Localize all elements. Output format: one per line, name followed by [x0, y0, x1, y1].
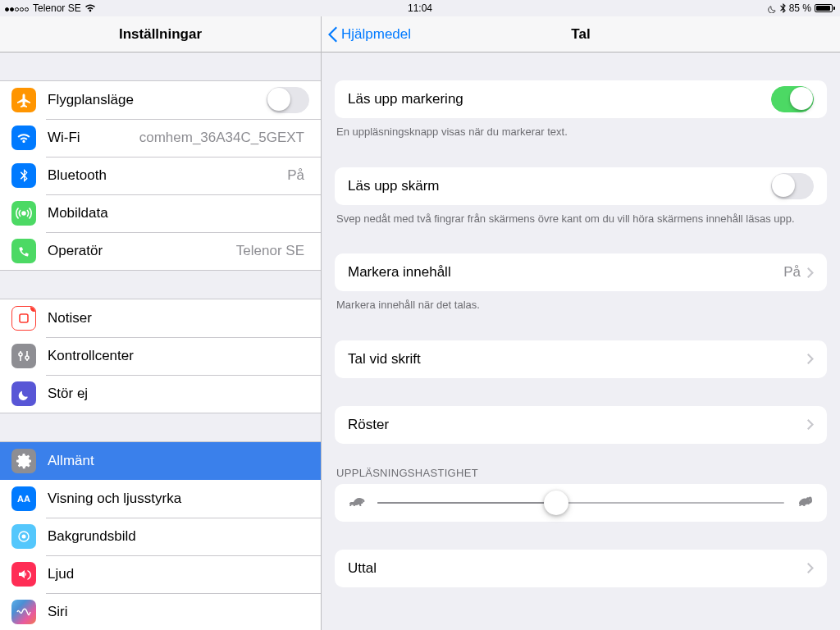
status-bar: Telenor SE 11:04 85 % [0, 0, 840, 16]
rate-header: UPPLÄSNINGSHASTIGHET [335, 467, 827, 484]
wifi-label: Wi-Fi [48, 130, 139, 146]
chevron-right-icon [807, 563, 814, 573]
wifi-icon [11, 126, 36, 150]
highlight-value: På [783, 264, 801, 281]
clock: 11:04 [408, 2, 432, 14]
sound-icon [11, 562, 36, 587]
display-label: Visning och ljusstyrka [48, 491, 309, 507]
dnd-moon-icon [768, 4, 777, 13]
sidebar-item-control-center[interactable]: Kontrollcenter [0, 337, 321, 375]
speak-selection-label: Läs upp markering [348, 91, 771, 107]
svg-point-0 [22, 212, 25, 215]
detail-title: Tal [571, 26, 590, 43]
sidebar-item-display[interactable]: AA Visning och ljusstyrka [0, 480, 321, 518]
sidebar-item-notifications[interactable]: Notiser [0, 299, 321, 337]
typing-feedback-label: Tal vid skrift [348, 351, 807, 368]
notifications-label: Notiser [48, 310, 309, 326]
status-left: Telenor SE [5, 2, 96, 14]
dnd-icon [11, 381, 36, 406]
control-center-icon [11, 344, 36, 368]
phone-icon [11, 239, 36, 263]
sidebar-navbar: Inställningar [0, 16, 321, 52]
airplane-toggle[interactable] [267, 87, 309, 113]
sidebar-item-carrier[interactable]: Operatör Telenor SE [0, 232, 321, 270]
airplane-icon [11, 88, 36, 112]
sidebar-title: Inställningar [119, 26, 202, 43]
display-icon: AA [11, 486, 36, 511]
chevron-right-icon [807, 354, 814, 364]
bluetooth-icon [11, 163, 36, 188]
back-label: Hjälpmedel [341, 26, 411, 43]
siri-label: Siri [48, 604, 309, 620]
svg-point-3 [19, 353, 22, 356]
sidebar-item-airplane[interactable]: Flygplansläge [0, 81, 321, 119]
control-center-label: Kontrollcenter [48, 348, 309, 364]
sidebar-item-bluetooth[interactable]: Bluetooth På [0, 157, 321, 194]
slider-thumb[interactable] [544, 491, 568, 515]
turtle-icon [348, 495, 366, 511]
sidebar-item-general[interactable]: Allmänt [0, 442, 321, 480]
svg-point-5 [25, 356, 29, 359]
detail-navbar: Hjälpmedel Tal [322, 16, 840, 52]
carrier-label: Operatör [48, 243, 236, 259]
sidebar-item-cellular[interactable]: Mobildata [0, 194, 321, 232]
airplane-label: Flygplansläge [48, 92, 267, 108]
rate-slider[interactable] [377, 502, 784, 504]
row-speak-screen[interactable]: Läs upp skärm [335, 167, 827, 205]
back-button[interactable]: Hjälpmedel [322, 26, 411, 43]
sidebar-item-siri[interactable]: Siri [0, 593, 321, 630]
battery-icon [815, 4, 835, 12]
row-speak-selection[interactable]: Läs upp markering [335, 80, 827, 118]
detail-scroll[interactable]: Läs upp markering En uppläsningsknapp vi… [322, 52, 840, 630]
battery-pct: 85 % [789, 2, 811, 14]
notifications-icon [11, 306, 36, 331]
chevron-left-icon [328, 26, 338, 43]
speak-screen-label: Läs upp skärm [348, 178, 771, 194]
rabbit-icon [796, 495, 814, 511]
voices-label: Röster [348, 417, 807, 433]
row-voices[interactable]: Röster [335, 406, 827, 444]
wallpaper-icon [11, 524, 36, 549]
cellular-signal-icon [5, 2, 30, 14]
speak-selection-footer: En uppläsningsknapp visas när du markera… [322, 118, 840, 139]
carrier-value: Telenor SE [236, 243, 304, 259]
wallpaper-label: Bakgrundsbild [48, 528, 309, 545]
chevron-right-icon [807, 419, 814, 430]
speak-screen-toggle[interactable] [771, 173, 814, 199]
chevron-right-icon [807, 267, 814, 278]
highlight-footer: Markera innehåll när det talas. [322, 291, 840, 313]
bluetooth-label: Bluetooth [48, 167, 287, 184]
cellular-icon [11, 201, 36, 226]
row-pronunciation[interactable]: Uttal [335, 550, 827, 587]
speak-screen-footer: Svep nedåt med två fingrar från skärmens… [322, 205, 840, 226]
svg-text:AA: AA [17, 494, 30, 504]
cellular-label: Mobildata [48, 205, 309, 221]
general-icon [11, 449, 36, 473]
general-label: Allmänt [48, 453, 309, 469]
svg-rect-1 [20, 314, 28, 322]
sidebar-item-sound[interactable]: Ljud [0, 555, 321, 593]
sidebar-scroll[interactable]: Flygplansläge Wi-Fi comhem_36A34C_5GEXT … [0, 52, 321, 630]
dnd-label: Stör ej [48, 386, 309, 402]
row-highlight[interactable]: Markera innehåll På [335, 253, 827, 291]
sidebar-item-wifi[interactable]: Wi-Fi comhem_36A34C_5GEXT [0, 119, 321, 157]
speak-selection-toggle[interactable] [771, 86, 814, 112]
row-typing-feedback[interactable]: Tal vid skrift [335, 340, 827, 378]
status-right: 85 % [768, 2, 835, 14]
detail-pane: Hjälpmedel Tal Läs upp markering En uppl… [322, 16, 840, 630]
sidebar-item-wallpaper[interactable]: Bakgrundsbild [0, 518, 321, 555]
svg-point-8 [22, 535, 26, 539]
pronunciation-label: Uttal [348, 560, 807, 577]
siri-icon [11, 600, 36, 624]
wifi-value: comhem_36A34C_5GEXT [139, 130, 304, 146]
sidebar-item-dnd[interactable]: Stör ej [0, 375, 321, 413]
carrier-name: Telenor SE [33, 2, 81, 14]
sound-label: Ljud [48, 566, 309, 582]
row-rate-slider [335, 484, 827, 522]
highlight-label: Markera innehåll [348, 264, 783, 281]
settings-sidebar: Inställningar Flygplansläge Wi-Fi comhem… [0, 16, 322, 630]
bluetooth-value: På [287, 167, 304, 184]
wifi-icon [84, 4, 96, 12]
bluetooth-icon [780, 3, 786, 13]
